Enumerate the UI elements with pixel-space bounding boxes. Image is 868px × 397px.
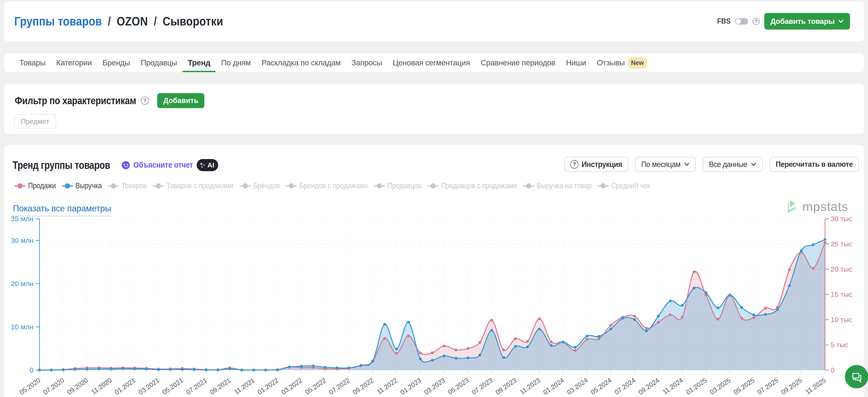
tab-item[interactable]: Категории — [51, 54, 97, 72]
svg-text:09.2020: 09.2020 — [66, 377, 90, 396]
svg-text:09.2022: 09.2022 — [351, 377, 375, 396]
legend-marker — [62, 183, 73, 188]
currency-button[interactable]: Пересчитать в валюте — [770, 157, 859, 172]
legend-item[interactable]: Выручка на товар — [523, 182, 591, 190]
tab-label: Ниши — [566, 58, 586, 67]
show-all-parameters-link[interactable]: Показать все параметры — [13, 204, 111, 216]
tab-label: По дням — [221, 58, 251, 67]
legend-item[interactable]: Продажи — [14, 182, 56, 190]
legend-item[interactable]: Товаров с продажами — [153, 182, 234, 190]
tab-label: Раскладка по складам — [261, 58, 341, 67]
range-select[interactable]: Все данные — [703, 157, 763, 172]
legend-marker — [286, 183, 297, 188]
tab-item[interactable]: Ценовая сегментация — [387, 54, 475, 72]
period-select[interactable]: По месяцам — [635, 157, 696, 172]
period-select-value: По месяцам — [641, 160, 680, 169]
svg-text:03.2024: 03.2024 — [566, 377, 589, 396]
legend-label: Брендов с продажами — [299, 181, 368, 190]
filter-help-icon[interactable]: ? — [141, 97, 149, 104]
fbs-toggle[interactable] — [735, 18, 748, 25]
assistant-smiley-icon — [122, 161, 130, 169]
tabs-card: ТоварыКатегорииБрендыПродавцыТрендПо дня… — [4, 54, 864, 72]
svg-text:03.2023: 03.2023 — [423, 377, 446, 396]
svg-text:09.2025: 09.2025 — [780, 377, 804, 396]
chart-legend: ПродажиВыручкаТоваровТоваров с продажами… — [14, 182, 656, 190]
trend-card: 010 млн20 млн30 млн35 млн05 тыс10 тыс15 … — [4, 145, 864, 397]
tab-item[interactable]: По дням — [216, 54, 256, 72]
svg-text:11.2024: 11.2024 — [661, 377, 684, 396]
instruction-label: Инструкция — [582, 160, 622, 169]
tab-item[interactable]: Ниши — [561, 54, 591, 72]
add-products-label: Добавить товары — [770, 17, 835, 26]
legend-item[interactable]: Средний чек — [597, 182, 650, 190]
chevron-down-icon — [838, 18, 844, 24]
svg-text:07.2020: 07.2020 — [42, 377, 66, 396]
svg-text:07.2025: 07.2025 — [756, 377, 780, 396]
ai-badge[interactable]: AI — [197, 159, 218, 171]
tab-item[interactable]: Товары — [14, 54, 51, 72]
legend-item[interactable]: Брендов с продажами — [286, 182, 368, 190]
svg-text:07.2023: 07.2023 — [470, 377, 494, 396]
svg-text:01.2022: 01.2022 — [256, 377, 280, 396]
svg-text:05.2023: 05.2023 — [446, 377, 470, 396]
instruction-help-icon: ? — [570, 160, 578, 169]
legend-marker — [374, 183, 385, 188]
fbs-help-icon[interactable]: ? — [753, 18, 760, 25]
tab-item[interactable]: ОтзывыNew — [591, 54, 653, 72]
header-actions: FBS ? Добавить товары — [717, 13, 850, 30]
svg-text:0: 0 — [831, 366, 835, 374]
svg-text:07.2024: 07.2024 — [613, 377, 637, 396]
chat-icon — [850, 371, 863, 383]
svg-text:11.2023: 11.2023 — [519, 377, 542, 396]
tab-item[interactable]: Раскладка по складам — [256, 54, 346, 72]
tab-item[interactable]: Сравнение периодов — [475, 54, 561, 72]
legend-item[interactable]: Продавцов — [374, 182, 422, 190]
instruction-button[interactable]: ? Инструкция — [564, 157, 628, 172]
legend-item[interactable]: Товаров — [108, 182, 147, 190]
svg-text:01.2023: 01.2023 — [399, 377, 423, 396]
svg-text:11.2022: 11.2022 — [376, 377, 399, 396]
svg-text:0: 0 — [29, 366, 33, 374]
filter-title: Фильтр по характеристикам — [15, 95, 136, 107]
legend-item[interactable]: Выручка — [62, 182, 102, 190]
breadcrumb-link-product-groups[interactable]: Группы товаров — [14, 14, 102, 28]
filter-chip-subject[interactable]: Предмет — [14, 114, 56, 129]
tab-item[interactable]: Продавцы — [135, 54, 182, 72]
chevron-down-icon — [750, 161, 756, 167]
svg-text:07.2021: 07.2021 — [185, 377, 208, 396]
new-badge: New — [627, 57, 647, 69]
legend-label: Брендов — [253, 181, 280, 190]
tab-label: Товары — [20, 58, 45, 67]
breadcrumb-separator: / — [105, 14, 114, 28]
svg-text:07.2022: 07.2022 — [328, 377, 351, 396]
tab-item[interactable]: Запросы — [346, 54, 387, 72]
legend-marker — [240, 183, 251, 188]
header-card: Группы товаров / OZON / Сыворотки FBS ? … — [4, 1, 864, 41]
legend-item[interactable]: Продавцов с продажами — [428, 182, 517, 190]
legend-label: Средний чек — [611, 181, 650, 190]
filter-add-button[interactable]: Добавить — [157, 93, 205, 108]
svg-text:11.2021: 11.2021 — [233, 377, 256, 396]
tab-label: Категории — [56, 58, 92, 67]
legend-label: Выручка — [75, 181, 102, 190]
svg-text:05.2020: 05.2020 — [18, 377, 42, 396]
mpstats-logo-icon — [787, 200, 797, 213]
explain-report-link[interactable]: Объясните отчет — [122, 161, 193, 169]
tab-item[interactable]: Бренды — [97, 54, 135, 72]
tab-label: Ценовая сегментация — [393, 58, 470, 67]
mpstats-watermark-text: mpstats — [802, 199, 848, 214]
chat-button[interactable] — [845, 365, 868, 388]
add-products-button[interactable]: Добавить товары — [764, 13, 850, 30]
svg-text:09.2021: 09.2021 — [209, 377, 232, 396]
legend-marker — [14, 183, 26, 188]
tab-label: Бренды — [102, 58, 130, 67]
legend-item[interactable]: Брендов — [240, 182, 280, 190]
svg-text:03.2022: 03.2022 — [280, 377, 304, 396]
fbs-label: FBS — [717, 17, 731, 26]
breadcrumb-category: Сыворотки — [162, 14, 223, 28]
svg-text:11.2025: 11.2025 — [804, 377, 827, 396]
legend-marker — [597, 183, 609, 188]
svg-text:01.2021: 01.2021 — [113, 377, 137, 396]
tab-item[interactable]: Тренд — [182, 54, 216, 72]
svg-text:05.2025: 05.2025 — [732, 377, 756, 396]
